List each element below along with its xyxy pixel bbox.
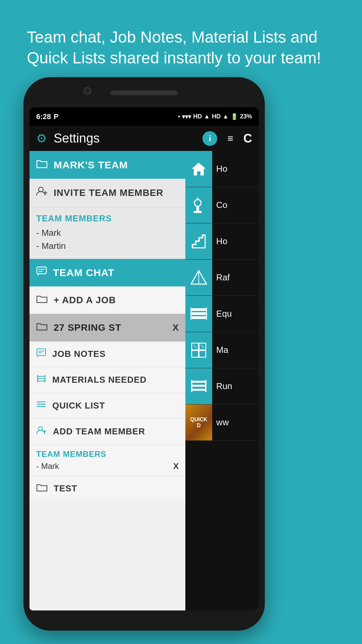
status-hd1: HD — [193, 113, 202, 120]
quickdec-label: ww — [212, 417, 229, 428]
test-item[interactable]: TEST — [29, 476, 185, 501]
team-members-bottom-header: TEAM MEMBERS — [36, 449, 179, 459]
gear-icon: ⚙ — [36, 131, 47, 146]
svg-rect-22 — [196, 206, 199, 212]
person-add-icon — [36, 186, 48, 200]
add-team-member-item[interactable]: ADD TEAM MEMBER — [29, 419, 185, 445]
equipment-icon-box — [185, 296, 212, 332]
phone-screen: 6:28 P • ▾▾▾ HD ▲ HD ▲ 🔋 23% ⚙ Settings … — [29, 107, 259, 610]
right-item-quickdec[interactable]: QUICKD ww — [185, 405, 259, 441]
invite-team-member-label: INVITE TEAM MEMBER — [54, 187, 164, 198]
right-item-materials[interactable]: Ma — [185, 332, 259, 368]
add-job-label: + ADD A JOB — [54, 295, 116, 306]
phone-camera — [84, 87, 91, 95]
quick-list-icon — [36, 400, 46, 412]
svg-rect-28 — [192, 308, 206, 311]
home-label: Ho — [212, 164, 227, 174]
content-area: MARK'S TEAM INVITE TEAM MEMBER — [29, 151, 259, 610]
job-notes-item[interactable]: JOB NOTES — [29, 341, 185, 367]
right-item-equipment[interactable]: Equ — [185, 296, 259, 332]
right-item-construction[interactable]: Co — [185, 187, 259, 223]
job-notes-label: JOB NOTES — [52, 349, 106, 359]
spring-st-item[interactable]: 27 SPRING ST X — [29, 314, 185, 341]
svg-rect-41 — [192, 389, 206, 391]
svg-rect-3 — [37, 267, 46, 274]
status-wifi: ▾▾▾ — [182, 113, 191, 120]
svg-point-21 — [194, 200, 201, 206]
menu-icon[interactable]: ≡ — [227, 133, 233, 144]
run-label: Run — [212, 381, 232, 391]
team-chat-item[interactable]: TEAM CHAT — [29, 259, 185, 286]
toolbar-title: Settings — [54, 131, 196, 146]
marks-team-label: MARK'S TEAM — [54, 159, 128, 171]
bottom-mark-close[interactable]: X — [173, 462, 179, 471]
right-item-run[interactable]: Run — [185, 368, 259, 405]
svg-rect-6 — [37, 349, 46, 356]
quick-list-label: QUICK LIST — [52, 400, 105, 411]
svg-rect-35 — [192, 351, 198, 357]
status-bar: 6:28 P • ▾▾▾ HD ▲ HD ▲ 🔋 23% — [29, 107, 259, 126]
home-icon-box — [185, 151, 212, 187]
header-text: Team chat, Job Notes, Material Lists and… — [27, 27, 335, 69]
svg-line-37 — [194, 345, 196, 348]
folder-icon — [36, 158, 48, 171]
chat-icon — [36, 266, 47, 279]
add-team-person-icon — [36, 425, 47, 438]
spring-st-folder-icon — [36, 321, 48, 334]
svg-rect-30 — [192, 316, 206, 319]
materials-needed-label: MATERIALS NEEDED — [52, 375, 146, 385]
materials-icon — [36, 374, 46, 386]
status-battery-icon: 🔋 — [231, 113, 238, 120]
svg-rect-24 — [197, 198, 198, 200]
status-battery: 23% — [240, 113, 252, 120]
svg-rect-43 — [205, 380, 206, 392]
app-toolbar: ⚙ Settings i ≡ C — [29, 126, 259, 151]
add-job-item[interactable]: + ADD A JOB — [29, 286, 185, 314]
right-panel: Ho Co — [185, 151, 259, 610]
add-team-member-label: ADD TEAM MEMBER — [53, 426, 145, 437]
bottom-mark-name: - Mark — [36, 462, 59, 471]
team-chat-label: TEAM CHAT — [53, 267, 114, 278]
status-right: • ▾▾▾ HD ▲ HD ▲ 🔋 23% — [178, 113, 252, 120]
svg-rect-42 — [191, 380, 192, 392]
team-member-martin: - Martin — [36, 239, 179, 253]
construction-icon-box — [185, 187, 212, 223]
marks-team-item[interactable]: MARK'S TEAM — [29, 151, 185, 179]
invite-team-member-item[interactable]: INVITE TEAM MEMBER — [29, 179, 185, 207]
team-member-mark: - Mark — [36, 226, 179, 239]
status-carrier: P — [54, 112, 59, 121]
right-item-stairs[interactable]: Ho — [185, 223, 259, 260]
add-job-folder-icon — [36, 294, 48, 306]
right-item-home[interactable]: Ho — [185, 151, 259, 187]
svg-rect-36 — [199, 351, 206, 357]
info-button[interactable]: i — [202, 131, 217, 146]
status-signal: ▲ — [204, 113, 210, 120]
team-members-header: TEAM MEMBERS — [36, 213, 179, 224]
phone-frame: 6:28 P • ▾▾▾ HD ▲ HD ▲ 🔋 23% ⚙ Settings … — [23, 77, 265, 631]
materials-icon-box — [185, 332, 212, 368]
materials-needed-item[interactable]: MATERIALS NEEDED — [29, 367, 185, 393]
left-panel: MARK'S TEAM INVITE TEAM MEMBER — [29, 151, 185, 610]
team-members-section: TEAM MEMBERS - Mark - Martin — [29, 207, 185, 259]
job-notes-icon — [36, 348, 46, 360]
construction-label: Co — [212, 200, 227, 210]
extra-button[interactable]: C — [243, 131, 252, 146]
test-folder-icon — [36, 483, 48, 494]
status-signal2: ▲ — [223, 113, 229, 120]
quickdec-text: QUICKD — [190, 417, 207, 428]
svg-rect-39 — [192, 381, 206, 383]
status-hd2: HD — [212, 113, 221, 120]
svg-line-38 — [201, 345, 204, 348]
status-dot: • — [178, 113, 180, 120]
status-left: 6:28 P — [36, 112, 59, 121]
spring-st-close[interactable]: X — [172, 322, 179, 333]
roof-icon-box — [185, 260, 212, 296]
right-item-roof[interactable]: Raf — [185, 260, 259, 296]
stairs-icon-box — [185, 223, 212, 260]
phone-speaker — [111, 91, 178, 95]
spring-st-label: 27 SPRING ST — [54, 322, 166, 333]
quick-list-item[interactable]: QUICK LIST — [29, 393, 185, 419]
svg-rect-23 — [194, 211, 202, 213]
bottom-mark-row: - Mark X — [36, 462, 179, 471]
svg-rect-29 — [192, 312, 206, 315]
